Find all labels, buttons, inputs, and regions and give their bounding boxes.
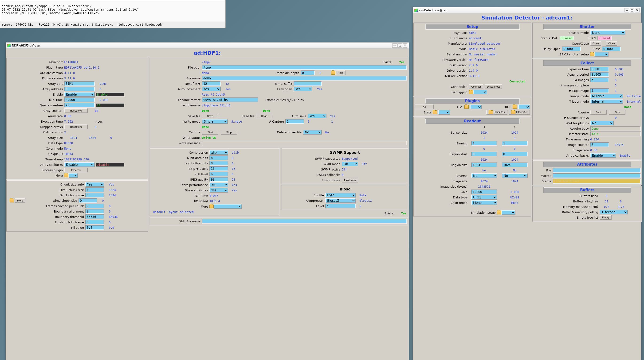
open-button[interactable]: Open [590, 41, 601, 46]
rev-y-select[interactable]: No [502, 173, 528, 178]
rs-x-input[interactable] [471, 152, 497, 156]
tmode-select[interactable]: Internal [590, 99, 623, 104]
flushn-input[interactable] [85, 220, 104, 225]
bcomp-select[interactable]: BloscLZ [325, 198, 356, 203]
nimg-input[interactable] [590, 77, 609, 82]
acb-select[interactable]: Enable [590, 153, 616, 158]
plugin-other1-button[interactable]: Other #1▾ [486, 110, 508, 115]
asave-select[interactable]: Yes [308, 114, 326, 118]
ictr-input[interactable] [590, 142, 609, 147]
bpoll-select[interactable]: 1 second [600, 210, 628, 214]
folder-icon[interactable] [433, 110, 437, 114]
sperf-select[interactable]: Yes [210, 182, 228, 187]
ffmt-input[interactable] [202, 97, 258, 102]
rs-y-input[interactable] [502, 152, 528, 156]
array-port-input[interactable] [64, 81, 95, 86]
comp-select[interactable]: zlib [210, 150, 228, 155]
bthresh-input[interactable] [85, 214, 104, 219]
chunk-auto-select[interactable]: Yes [85, 182, 104, 187]
bin-x-input[interactable] [471, 141, 497, 146]
maximize-button[interactable]: ▢ [398, 43, 402, 48]
sattr-select[interactable]: Yes [210, 188, 228, 193]
exp-input[interactable] [590, 67, 609, 71]
plugin-roi-select[interactable] [518, 104, 530, 109]
simset-select[interactable] [501, 210, 516, 215]
cdir-input[interactable] [300, 70, 315, 75]
attr-macros-input[interactable] [552, 173, 641, 178]
folder-icon[interactable] [590, 52, 594, 56]
enable-select[interactable]: Enable [64, 92, 95, 97]
queue-input[interactable] [64, 103, 95, 108]
balign-input[interactable] [85, 209, 104, 214]
titlebar[interactable]: simDetector.ui@zap — ▢ ✕ [413, 7, 641, 13]
jpegq-input[interactable] [210, 177, 228, 182]
fpath-input[interactable] [202, 65, 407, 70]
dclose-input[interactable] [602, 46, 621, 51]
maximize-button[interactable]: ▢ [630, 8, 634, 12]
dopen-input[interactable] [562, 46, 581, 51]
minimize-button[interactable]: — [624, 8, 629, 12]
rsize-y-input[interactable] [502, 162, 528, 167]
lazy-select[interactable]: Yes [294, 87, 312, 91]
folder-icon[interactable] [497, 211, 501, 214]
save-button[interactable]: Save [202, 114, 218, 118]
minimize-button[interactable]: — [392, 43, 397, 48]
smode-select[interactable]: None [590, 30, 626, 35]
eshut-select[interactable] [594, 52, 608, 57]
acq-stop-button[interactable]: Stop [609, 110, 626, 115]
bin-y-input[interactable] [502, 141, 528, 146]
fname-input[interactable] [202, 76, 407, 80]
ddf-select[interactable]: No [303, 130, 322, 135]
blev-input[interactable] [325, 204, 356, 208]
ainc-select[interactable]: Yes [202, 87, 221, 91]
flush-now-button[interactable]: Flush now [342, 178, 358, 182]
d0-input[interactable] [85, 187, 104, 192]
acb-select[interactable]: Disable [64, 162, 95, 167]
nexpi-input[interactable] [590, 88, 609, 93]
process-button[interactable]: Process [64, 168, 88, 172]
titlebar[interactable]: NDFileHDF5.ui@zap — ▢ ✕ [6, 42, 409, 49]
folder-icon[interactable] [512, 105, 517, 109]
shuf-select[interactable]: Byte [325, 193, 356, 198]
dtype-select[interactable]: UInt8 [471, 195, 497, 200]
plugin-stats-select[interactable] [438, 110, 450, 115]
help-button[interactable]: Help [336, 70, 346, 75]
array-addr-input[interactable] [64, 87, 95, 91]
plugin-file-select[interactable] [470, 104, 482, 109]
acq-start-button[interactable]: Start [590, 110, 607, 115]
folder-icon[interactable] [64, 174, 68, 177]
rsize-x-input[interactable] [471, 162, 497, 167]
more2-select[interactable] [214, 204, 242, 209]
d2-input[interactable] [78, 198, 97, 203]
plugin-other2-button[interactable]: Other #2▾ [509, 110, 530, 115]
tsuf-input[interactable] [294, 81, 322, 86]
szip-input[interactable] [210, 166, 228, 171]
frames-input[interactable] [85, 204, 104, 208]
d1-input[interactable] [85, 193, 104, 198]
connect-button[interactable]: Connect [469, 84, 483, 89]
folder-icon[interactable] [464, 105, 469, 109]
close-button[interactable]: ✕ [635, 8, 640, 12]
dropped-reset-button[interactable]: Reset to 0 [64, 124, 88, 129]
cap-start-button[interactable]: Start [202, 130, 218, 135]
rev-x-select[interactable]: No [471, 173, 497, 178]
wmode-select[interactable]: Single [202, 119, 228, 124]
fillv-input[interactable] [85, 225, 104, 230]
imode-select[interactable]: Multiple [590, 94, 623, 98]
zlev-input[interactable] [210, 172, 228, 176]
more-select[interactable] [68, 173, 78, 178]
folder-icon[interactable] [469, 90, 473, 94]
ncap-input[interactable] [285, 119, 304, 124]
noff-input[interactable] [210, 161, 228, 166]
folder-icon[interactable] [210, 205, 214, 208]
wfp-select[interactable]: No [590, 121, 614, 125]
disconnect-button[interactable]: Disconnect [485, 84, 502, 89]
folder-icon[interactable] [10, 199, 14, 202]
arr-ctr-reset-button[interactable]: Reset to 0 [64, 108, 88, 113]
min-time-input[interactable] [64, 97, 95, 102]
more-button[interactable]: More [15, 198, 26, 203]
plugin-all-button[interactable]: All [415, 104, 434, 109]
close-button[interactable]: ✕ [402, 43, 407, 48]
attr-file-input[interactable] [552, 168, 641, 173]
empty-button[interactable]: Empty [600, 215, 612, 220]
